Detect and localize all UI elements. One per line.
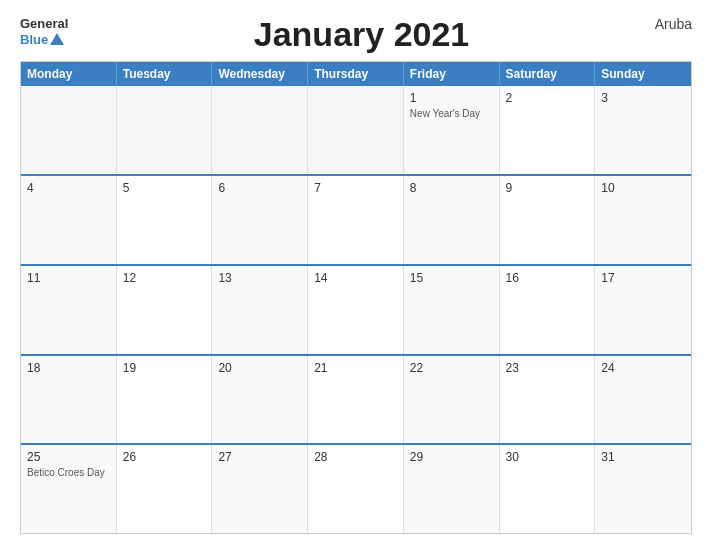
calendar-cell: 13 (212, 266, 308, 354)
calendar-cell: 18 (21, 356, 117, 444)
day-number: 3 (601, 91, 685, 105)
day-number: 4 (27, 181, 110, 195)
day-number: 9 (506, 181, 589, 195)
calendar-cell: 22 (404, 356, 500, 444)
calendar-week-1: 1New Year's Day23 (21, 86, 691, 174)
calendar-header-friday: Friday (404, 62, 500, 86)
logo: General Blue (20, 16, 68, 47)
calendar-title: January 2021 (68, 16, 654, 53)
day-number: 6 (218, 181, 301, 195)
calendar-header-thursday: Thursday (308, 62, 404, 86)
day-number: 14 (314, 271, 397, 285)
calendar: MondayTuesdayWednesdayThursdayFridaySatu… (20, 61, 692, 534)
calendar-cell: 27 (212, 445, 308, 533)
calendar-cell (21, 86, 117, 174)
calendar-cell: 28 (308, 445, 404, 533)
calendar-cell: 15 (404, 266, 500, 354)
calendar-cell: 8 (404, 176, 500, 264)
header: General Blue January 2021 Aruba (20, 16, 692, 53)
holiday-label: New Year's Day (410, 107, 493, 120)
day-number: 20 (218, 361, 301, 375)
day-number: 5 (123, 181, 206, 195)
country-label: Aruba (655, 16, 692, 32)
calendar-cell: 3 (595, 86, 691, 174)
day-number: 17 (601, 271, 685, 285)
calendar-cell: 16 (500, 266, 596, 354)
day-number: 15 (410, 271, 493, 285)
holiday-label: Betico Croes Day (27, 466, 110, 479)
calendar-week-3: 11121314151617 (21, 264, 691, 354)
calendar-cell: 20 (212, 356, 308, 444)
calendar-header-sunday: Sunday (595, 62, 691, 86)
logo-blue-text: Blue (20, 32, 48, 48)
day-number: 1 (410, 91, 493, 105)
calendar-cell: 25Betico Croes Day (21, 445, 117, 533)
day-number: 8 (410, 181, 493, 195)
day-number: 27 (218, 450, 301, 464)
day-number: 16 (506, 271, 589, 285)
logo-triangle-icon (50, 33, 64, 45)
calendar-cell: 29 (404, 445, 500, 533)
calendar-header-tuesday: Tuesday (117, 62, 213, 86)
calendar-cell: 2 (500, 86, 596, 174)
day-number: 2 (506, 91, 589, 105)
day-number: 12 (123, 271, 206, 285)
day-number: 18 (27, 361, 110, 375)
day-number: 30 (506, 450, 589, 464)
calendar-header-monday: Monday (21, 62, 117, 86)
calendar-cell: 17 (595, 266, 691, 354)
day-number: 7 (314, 181, 397, 195)
day-number: 13 (218, 271, 301, 285)
calendar-cell (212, 86, 308, 174)
day-number: 10 (601, 181, 685, 195)
day-number: 24 (601, 361, 685, 375)
title-block: January 2021 (68, 16, 654, 53)
day-number: 21 (314, 361, 397, 375)
day-number: 29 (410, 450, 493, 464)
calendar-cell: 21 (308, 356, 404, 444)
page: General Blue January 2021 Aruba MondayTu… (0, 0, 712, 550)
day-number: 28 (314, 450, 397, 464)
day-number: 23 (506, 361, 589, 375)
calendar-cell: 24 (595, 356, 691, 444)
calendar-cell: 11 (21, 266, 117, 354)
calendar-cell (308, 86, 404, 174)
calendar-cell: 1New Year's Day (404, 86, 500, 174)
calendar-cell: 5 (117, 176, 213, 264)
calendar-cell: 31 (595, 445, 691, 533)
calendar-cell: 23 (500, 356, 596, 444)
day-number: 22 (410, 361, 493, 375)
calendar-cell: 7 (308, 176, 404, 264)
calendar-cell: 10 (595, 176, 691, 264)
calendar-header-saturday: Saturday (500, 62, 596, 86)
weeks-container: 1New Year's Day2345678910111213141516171… (21, 86, 691, 533)
day-number: 11 (27, 271, 110, 285)
calendar-week-5: 25Betico Croes Day262728293031 (21, 443, 691, 533)
calendar-cell: 4 (21, 176, 117, 264)
calendar-cell (117, 86, 213, 174)
calendar-cell: 26 (117, 445, 213, 533)
calendar-cell: 6 (212, 176, 308, 264)
logo-general-text: General (20, 16, 68, 32)
calendar-week-2: 45678910 (21, 174, 691, 264)
calendar-week-4: 18192021222324 (21, 354, 691, 444)
calendar-cell: 30 (500, 445, 596, 533)
calendar-cell: 12 (117, 266, 213, 354)
calendar-header-row: MondayTuesdayWednesdayThursdayFridaySatu… (21, 62, 691, 86)
calendar-cell: 14 (308, 266, 404, 354)
calendar-cell: 9 (500, 176, 596, 264)
calendar-header-wednesday: Wednesday (212, 62, 308, 86)
day-number: 31 (601, 450, 685, 464)
day-number: 26 (123, 450, 206, 464)
day-number: 25 (27, 450, 110, 464)
calendar-cell: 19 (117, 356, 213, 444)
day-number: 19 (123, 361, 206, 375)
